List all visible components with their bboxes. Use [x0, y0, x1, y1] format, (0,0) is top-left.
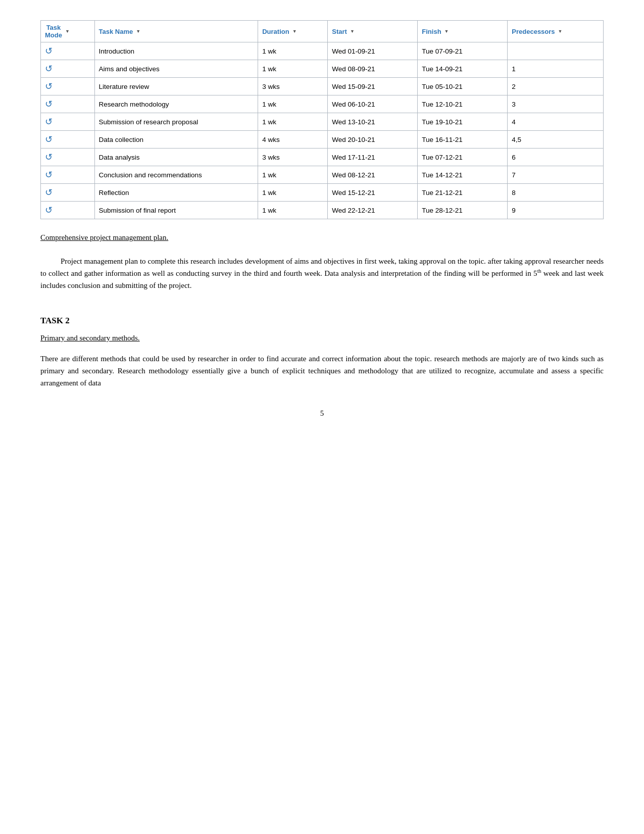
- table-row: ↺Submission of research proposal1 wkWed …: [41, 113, 604, 131]
- start-cell: Wed 22-12-21: [328, 202, 418, 219]
- task-mode-cell: ↺: [41, 202, 95, 219]
- duration-cell: 3 wks: [258, 78, 328, 95]
- duration-label: Duration: [262, 28, 289, 35]
- col-header-task-mode: TaskMode ▼: [41, 21, 95, 42]
- task-name-cell: Literature review: [94, 78, 258, 95]
- task-mode-icon: ↺: [45, 116, 53, 127]
- col-header-duration: Duration ▼: [258, 21, 328, 42]
- col-header-finish: Finish ▼: [418, 21, 508, 42]
- finish-cell: Tue 07-12-21: [418, 149, 508, 166]
- predecessors-cell: 2: [508, 78, 604, 95]
- col-header-start: Start ▼: [328, 21, 418, 42]
- task-mode-cell: ↺: [41, 60, 95, 78]
- task2-subheading: Primary and secondary methods.: [40, 334, 140, 342]
- task-mode-icon: ↺: [45, 187, 53, 198]
- predecessors-cell: 6: [508, 149, 604, 166]
- predecessors-cell: 9: [508, 202, 604, 219]
- finish-cell: Tue 28-12-21: [418, 202, 508, 219]
- comprehensive-paragraph: Project management plan to complete this…: [40, 255, 604, 291]
- duration-cell: 1 wk: [258, 42, 328, 60]
- predecessors-cell: 3: [508, 95, 604, 113]
- table-row: ↺Data collection4 wksWed 20-10-21Tue 16-…: [41, 131, 604, 149]
- task-name-cell: Submission of research proposal: [94, 113, 258, 131]
- start-cell: Wed 08-09-21: [328, 60, 418, 78]
- task-name-cell: Conclusion and recommendations: [94, 166, 258, 184]
- task-name-cell: Reflection: [94, 184, 258, 202]
- duration-cell: 1 wk: [258, 60, 328, 78]
- task-mode-icon: ↺: [45, 45, 53, 57]
- start-cell: Wed 08-12-21: [328, 166, 418, 184]
- start-label: Start: [332, 28, 347, 35]
- finish-dropdown-icon[interactable]: ▼: [444, 29, 449, 34]
- finish-cell: Tue 12-10-21: [418, 95, 508, 113]
- task-mode-cell: ↺: [41, 113, 95, 131]
- task-mode-cell: ↺: [41, 131, 95, 149]
- task-mode-dropdown-icon[interactable]: ▼: [65, 29, 70, 34]
- comprehensive-heading: Comprehensive project management plan.: [40, 233, 168, 242]
- start-cell: Wed 15-09-21: [328, 78, 418, 95]
- start-cell: Wed 01-09-21: [328, 42, 418, 60]
- table-row: ↺Reflection1 wkWed 15-12-21Tue 21-12-218: [41, 184, 604, 202]
- duration-cell: 1 wk: [258, 166, 328, 184]
- start-cell: Wed 15-12-21: [328, 184, 418, 202]
- start-cell: Wed 13-10-21: [328, 113, 418, 131]
- table-row: ↺Data analysis3 wksWed 17-11-21Tue 07-12…: [41, 149, 604, 166]
- finish-cell: Tue 07-09-21: [418, 42, 508, 60]
- finish-cell: Tue 16-11-21: [418, 131, 508, 149]
- finish-cell: Tue 14-09-21: [418, 60, 508, 78]
- project-table: TaskMode ▼ Task Name ▼ Duration ▼ Start: [40, 20, 604, 219]
- duration-dropdown-icon[interactable]: ▼: [292, 29, 297, 34]
- start-dropdown-icon[interactable]: ▼: [350, 29, 355, 34]
- finish-label: Finish: [422, 28, 441, 35]
- predecessors-cell: 1: [508, 60, 604, 78]
- finish-cell: Tue 05-10-21: [418, 78, 508, 95]
- task-name-label: Task Name: [99, 28, 133, 35]
- duration-cell: 3 wks: [258, 149, 328, 166]
- task-name-cell: Data collection: [94, 131, 258, 149]
- finish-cell: Tue 21-12-21: [418, 184, 508, 202]
- table-row: ↺Aims and objectives1 wkWed 08-09-21Tue …: [41, 60, 604, 78]
- col-header-task-name: Task Name ▼: [94, 21, 258, 42]
- task-mode-icon: ↺: [45, 152, 53, 163]
- predecessors-label: Predecessors: [512, 28, 555, 35]
- task-name-cell: Introduction: [94, 42, 258, 60]
- start-cell: Wed 20-10-21: [328, 131, 418, 149]
- comprehensive-section: Comprehensive project management plan.: [40, 233, 604, 247]
- predecessors-cell: 4,5: [508, 131, 604, 149]
- table-row: ↺Research methodology1 wkWed 06-10-21Tue…: [41, 95, 604, 113]
- task-mode-cell: ↺: [41, 78, 95, 95]
- task-mode-icon: ↺: [45, 63, 53, 74]
- task-mode-cell: ↺: [41, 42, 95, 60]
- task-mode-label: TaskMode: [45, 24, 62, 39]
- table-row: ↺Submission of final report1 wkWed 22-12…: [41, 202, 604, 219]
- task2-heading: TASK 2: [40, 316, 604, 326]
- table-row: ↺Conclusion and recommendations1 wkWed 0…: [41, 166, 604, 184]
- table-row: ↺Literature review3 wksWed 15-09-21Tue 0…: [41, 78, 604, 95]
- duration-cell: 1 wk: [258, 113, 328, 131]
- task-mode-icon: ↺: [45, 169, 53, 180]
- start-cell: Wed 17-11-21: [328, 149, 418, 166]
- task-mode-cell: ↺: [41, 95, 95, 113]
- duration-cell: 1 wk: [258, 184, 328, 202]
- duration-cell: 4 wks: [258, 131, 328, 149]
- finish-cell: Tue 14-12-21: [418, 166, 508, 184]
- duration-cell: 1 wk: [258, 95, 328, 113]
- table-row: ↺Introduction1 wkWed 01-09-21Tue 07-09-2…: [41, 42, 604, 60]
- task-name-cell: Aims and objectives: [94, 60, 258, 78]
- task-name-dropdown-icon[interactable]: ▼: [136, 29, 140, 34]
- col-header-predecessors: Predecessors ▼: [508, 21, 604, 42]
- predecessors-cell: 8: [508, 184, 604, 202]
- task-mode-cell: ↺: [41, 149, 95, 166]
- task-mode-icon: ↺: [45, 134, 53, 145]
- task-mode-cell: ↺: [41, 166, 95, 184]
- task-mode-icon: ↺: [45, 81, 53, 92]
- task-mode-icon: ↺: [45, 205, 53, 216]
- task-name-cell: Data analysis: [94, 149, 258, 166]
- predecessors-cell: 4: [508, 113, 604, 131]
- task-mode-icon: ↺: [45, 99, 53, 110]
- task2-paragraph: There are different methods that could b…: [40, 353, 604, 389]
- start-cell: Wed 06-10-21: [328, 95, 418, 113]
- predecessors-cell: 7: [508, 166, 604, 184]
- task-name-cell: Submission of final report: [94, 202, 258, 219]
- predecessors-dropdown-icon[interactable]: ▼: [558, 29, 563, 34]
